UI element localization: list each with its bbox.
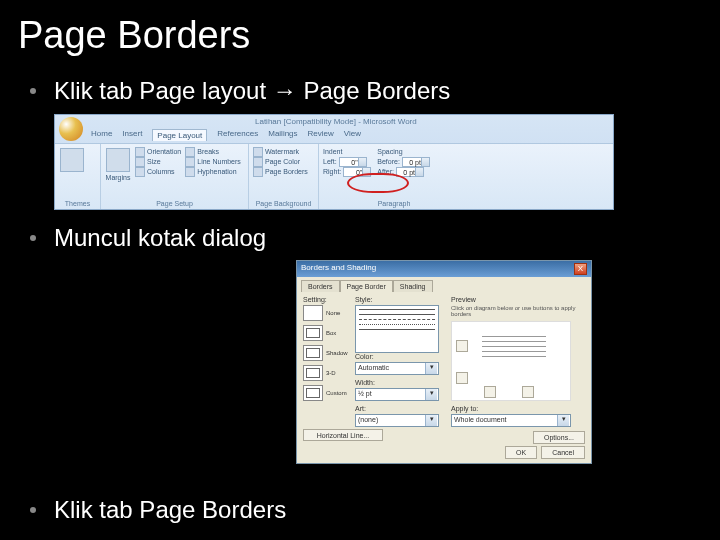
setting-3d-icon: [303, 365, 323, 381]
size-item: Size: [135, 157, 181, 167]
themes-icon: [60, 148, 84, 172]
indent-right-value: 0": [343, 167, 371, 177]
margins-label: Margins: [106, 173, 131, 183]
dialog-tab-page-border: Page Border: [340, 280, 393, 292]
spacing-before: Before: 0 pt: [377, 157, 430, 167]
art-select: (none): [355, 414, 439, 427]
setting-box-icon: [303, 325, 323, 341]
color-select: Automatic: [355, 362, 439, 375]
dialog-title: Borders and Shading: [301, 263, 376, 275]
tab-insert: Insert: [122, 129, 142, 141]
margins-icon: [106, 148, 130, 172]
spacing-after: After: 0 pt: [377, 167, 430, 177]
bullet-1-post: Page Borders: [297, 77, 450, 104]
page-borders-icon: [253, 167, 263, 177]
hyphenation-icon: [185, 167, 195, 177]
horizontal-line-button: Horizontal Line...: [303, 429, 383, 441]
tab-references: References: [217, 129, 258, 141]
preview-column: Preview Click on diagram below or use bu…: [451, 296, 585, 442]
page-borders-item: Page Borders: [253, 167, 314, 177]
cancel-button: Cancel: [541, 446, 585, 459]
preview-lines: [482, 336, 546, 361]
dialog-tab-borders: Borders: [301, 280, 340, 292]
art-label: Art:: [355, 405, 445, 412]
watermark-icon: [253, 147, 263, 157]
ok-button: OK: [505, 446, 537, 459]
group-themes-label: Themes: [59, 200, 96, 207]
group-page-background-label: Page Background: [253, 200, 314, 207]
setting-shadow: Shadow: [303, 345, 349, 361]
spacing-label: Spacing: [377, 147, 430, 157]
preview-bottom-btn: [456, 372, 468, 384]
setting-3d: 3-D: [303, 365, 349, 381]
indent-right: Right: 0": [323, 167, 371, 177]
bullet-icon: [30, 507, 36, 513]
style-listbox: [355, 305, 439, 353]
line-numbers-item: Line Numbers: [185, 157, 241, 167]
indent-left: Left: 0": [323, 157, 371, 167]
tab-review: Review: [308, 129, 334, 141]
bullet-icon: [30, 88, 36, 94]
office-orb-icon: [59, 117, 83, 141]
arrow-icon: →: [273, 77, 297, 104]
setting-column: Setting: None Box Shadow 3-D Custom: [303, 296, 349, 442]
tab-mailings: Mailings: [268, 129, 297, 141]
color-label: Color:: [355, 353, 445, 360]
dialog-titlebar: Borders and Shading X: [297, 261, 591, 277]
hyphenation-item: Hyphenation: [185, 167, 241, 177]
orientation-icon: [135, 147, 145, 157]
watermark-item: Watermark: [253, 147, 314, 157]
slide-title: Page Borders: [0, 0, 720, 57]
bullet-2-text: Muncul kotak dialog: [54, 222, 266, 253]
columns-item: Columns: [135, 167, 181, 177]
preview-box: [451, 321, 571, 401]
size-icon: [135, 157, 145, 167]
tab-page-layout: Page Layout: [152, 129, 207, 141]
breaks-icon: [185, 147, 195, 157]
group-paragraph-label: Paragraph: [323, 200, 465, 207]
bullet-icon: [30, 235, 36, 241]
apply-to-select: Whole document: [451, 414, 571, 427]
tab-view: View: [344, 129, 361, 141]
setting-label: Setting:: [303, 296, 349, 303]
bullet-3-text: Klik tab Page Borders: [54, 494, 286, 525]
width-select: ½ pt: [355, 388, 439, 401]
setting-shadow-icon: [303, 345, 323, 361]
setting-none-icon: [303, 305, 323, 321]
group-page-setup: Margins Orientation Size Columns Breaks …: [101, 144, 249, 209]
word-ribbon-screenshot: Latihan [Compatibility Mode] - Microsoft…: [54, 114, 614, 210]
dialog-tab-shading: Shading: [393, 280, 433, 292]
preview-left-btn: [484, 386, 496, 398]
indent-left-value: 0": [339, 157, 367, 167]
bullet-1-text: Klik tab Page layout → Page Borders: [54, 75, 450, 106]
apply-to-label: Apply to:: [451, 405, 585, 412]
preview-hint: Click on diagram below or use buttons to…: [451, 305, 585, 317]
breaks-item: Breaks: [185, 147, 241, 157]
borders-shading-dialog: Borders and Shading X Borders Page Borde…: [296, 260, 592, 464]
setting-custom: Custom: [303, 385, 349, 401]
dialog-footer: OK Cancel: [505, 446, 585, 459]
page-color-item: Page Color: [253, 157, 314, 167]
close-icon: X: [574, 263, 587, 275]
spacing-after-value: 0 pt: [396, 167, 424, 177]
setting-custom-icon: [303, 385, 323, 401]
group-page-background: Watermark Page Color Page Borders Page B…: [249, 144, 319, 209]
tab-home: Home: [91, 129, 112, 141]
indent-label: Indent: [323, 147, 371, 157]
ribbon-window-title: Latihan [Compatibility Mode] - Microsoft…: [255, 117, 417, 126]
columns-icon: [135, 167, 145, 177]
group-themes: Themes: [55, 144, 101, 209]
setting-box: Box: [303, 325, 349, 341]
dialog-tabs: Borders Page Border Shading: [297, 277, 591, 292]
orientation-item: Orientation: [135, 147, 181, 157]
options-button: Options...: [533, 431, 585, 444]
bullet-3: Klik tab Page Borders: [30, 494, 286, 525]
bullet-2: Muncul kotak dialog: [30, 222, 720, 253]
group-paragraph: Indent Left: 0" Right: 0" Spacing Before…: [319, 144, 469, 209]
ribbon-tabs: Home Insert Page Layout References Maili…: [91, 129, 361, 141]
preview-right-btn: [522, 386, 534, 398]
style-column: Style: Color: Automatic Width: ½ pt Art:…: [355, 296, 445, 442]
setting-none: None: [303, 305, 349, 321]
page-color-icon: [253, 157, 263, 167]
preview-label: Preview: [451, 296, 585, 303]
